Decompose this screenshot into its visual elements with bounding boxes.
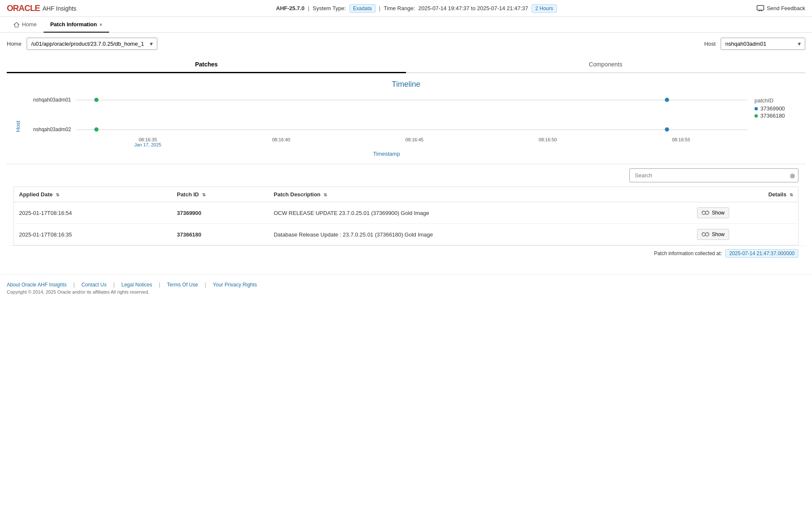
footer-link-about[interactable]: About Oracle AHF Insights xyxy=(7,282,66,288)
footer-link-terms[interactable]: Terms Of Use xyxy=(167,282,198,288)
sub-tab-components-label: Components xyxy=(589,61,622,68)
x-tick-4-time: 08:16:50 xyxy=(539,137,557,142)
search-input[interactable] xyxy=(629,168,798,182)
show-btn-label-1: Show xyxy=(712,210,724,216)
sub-tab-patches-label: Patches xyxy=(195,61,218,68)
timeline-host-row-1: nshqah03adm01 xyxy=(25,96,748,104)
header: ORACLE AHF Insights AHF-25.7.0 | System … xyxy=(0,0,812,17)
cell-patch-id-2: 37366180 xyxy=(172,224,269,245)
svg-text:...: ... xyxy=(758,6,761,9)
footer-link-legal[interactable]: Legal Notices xyxy=(121,282,152,288)
col-applied-date-label: Applied Date xyxy=(19,191,52,198)
legend-item-1: 37369900 xyxy=(754,105,798,112)
cell-details-2: Show xyxy=(692,224,798,245)
send-feedback-button[interactable]: ... Send Feedback xyxy=(757,5,805,12)
timeline-title: Timeline xyxy=(14,80,798,89)
x-tick-3: 08:16:45 xyxy=(348,137,481,147)
x-tick-5: 08:16:55 xyxy=(614,137,748,147)
col-details[interactable]: Details ⇅ xyxy=(692,187,798,202)
footer-copyright: Copyright © 2014, 2025 Oracle and/or its… xyxy=(7,289,805,294)
tab-home[interactable]: Home xyxy=(7,17,44,33)
sub-tabs: Patches Components xyxy=(7,57,805,73)
footer-link-contact[interactable]: Contact Us xyxy=(82,282,107,288)
separator1: | xyxy=(308,5,309,11)
legend-title: patchID xyxy=(754,97,798,104)
sub-tab-components[interactable]: Components xyxy=(406,57,805,73)
tabs-bar: Home Patch Information × xyxy=(0,17,812,33)
table-header-row: Applied Date ⇅ Patch ID ⇅ Patch Descript… xyxy=(14,187,798,202)
timeline-y-label: Host xyxy=(14,96,22,157)
x-tick-5-time: 08:16:55 xyxy=(672,137,690,142)
cell-applied-date-1: 2025-01-17T08:16:54 xyxy=(14,202,172,224)
timeline-dot-2a xyxy=(94,127,99,132)
tab-patch-label: Patch Information xyxy=(50,21,97,28)
timeline-line-area-2 xyxy=(76,125,748,134)
x-tick-2: 08:16:40 xyxy=(214,137,348,147)
patch-id-value-2: 37366180 xyxy=(177,231,201,238)
feedback-icon: ... xyxy=(757,5,764,12)
system-type-badge: Exadata xyxy=(349,4,376,13)
footer-link-privacy[interactable]: Your Privacy Rights xyxy=(213,282,257,288)
sort-details-icon: ⇅ xyxy=(790,193,793,197)
cell-patch-id-1: 37369900 xyxy=(172,202,269,224)
legend-dot-2 xyxy=(754,114,758,118)
legend-item-2: 37366180 xyxy=(754,113,798,119)
host-filter-label: Host xyxy=(704,41,716,47)
host-select[interactable]: nshqah03adm01 xyxy=(721,38,805,50)
tab-patch-information[interactable]: Patch Information × xyxy=(44,17,109,33)
collection-info-value: 2025-07-14 21:47:37.000000 xyxy=(725,249,798,258)
x-tick-1-date: Jan 17, 2025 xyxy=(81,142,214,147)
show-button-2[interactable]: Show xyxy=(697,229,729,240)
legend-label-1: 37369900 xyxy=(760,105,785,112)
timeline-inner: nshqah03adm01 nshqah03adm02 xyxy=(25,96,748,157)
hours-badge: 2 Hours xyxy=(532,4,557,13)
col-details-label: Details xyxy=(768,191,787,198)
timeline-section: Timeline Host nshqah03adm01 xyxy=(7,73,805,164)
cell-patch-desc-2: Database Release Update : 23.7.0.25.01 (… xyxy=(269,224,692,245)
tab-close-icon[interactable]: × xyxy=(99,22,102,27)
legend-dot-1 xyxy=(754,107,758,110)
timeline-dot-1a xyxy=(94,98,99,102)
search-clear-button[interactable]: ⊗ xyxy=(790,171,795,179)
show-btn-label-2: Show xyxy=(712,231,724,237)
sub-tab-patches[interactable]: Patches xyxy=(7,57,406,73)
search-area: ⊗ xyxy=(7,164,805,187)
col-applied-date[interactable]: Applied Date ⇅ xyxy=(14,187,172,202)
oracle-logo: ORACLE xyxy=(7,3,40,13)
col-patch-id-label: Patch ID xyxy=(177,191,199,198)
version-label: AHF-25.7.0 xyxy=(276,5,304,11)
home-filter-label: Home xyxy=(7,41,22,47)
x-tick-2-time: 08:16:40 xyxy=(272,137,290,142)
ahf-insights-label: AHF Insights xyxy=(42,5,76,12)
show-button-1[interactable]: Show xyxy=(697,207,729,218)
filter-row: Home /u01/app/oracle/product/23.7.0.25/d… xyxy=(7,38,805,50)
cell-applied-date-2: 2025-01-17T08:16:35 xyxy=(14,224,172,245)
col-patch-description[interactable]: Patch Description ⇅ xyxy=(269,187,692,202)
timeline-dot-2b xyxy=(665,127,669,132)
timeline-line-2 xyxy=(76,129,748,130)
send-feedback-label: Send Feedback xyxy=(767,5,805,11)
collection-info: Patch information collected at: 2025-07-… xyxy=(7,245,805,261)
home-select-wrapper: /u01/app/oracle/product/23.7.0.25/db_hom… xyxy=(27,38,157,50)
home-select[interactable]: /u01/app/oracle/product/23.7.0.25/db_hom… xyxy=(27,38,157,50)
patches-table: Applied Date ⇅ Patch ID ⇅ Patch Descript… xyxy=(14,187,798,245)
table-row: 2025-01-17T08:16:54 37369900 OCW RELEASE… xyxy=(14,202,798,224)
timeline-x-label: Timestamp xyxy=(25,151,748,157)
header-left: ORACLE AHF Insights xyxy=(7,3,77,13)
time-range-value: 2025-07-14 19:47:37 to 2025-07-14 21:47:… xyxy=(418,5,528,11)
collection-info-label: Patch information collected at: xyxy=(654,250,722,256)
timeline-chart: Host nshqah03adm01 xyxy=(14,96,798,157)
separator2: | xyxy=(379,5,380,11)
col-patch-id[interactable]: Patch ID ⇅ xyxy=(172,187,269,202)
x-tick-3-time: 08:16:45 xyxy=(406,137,424,142)
system-type-label: System Type: xyxy=(313,5,346,11)
footer: About Oracle AHF Insights | Contact Us |… xyxy=(0,275,812,301)
col-patch-description-label: Patch Description xyxy=(274,191,321,198)
sort-patch-id-icon: ⇅ xyxy=(202,193,206,197)
tab-home-label: Home xyxy=(22,21,37,28)
timeline-host-name-2: nshqah03adm02 xyxy=(25,127,76,132)
table-row: 2025-01-17T08:16:35 37366180 Database Re… xyxy=(14,224,798,245)
show-glasses-icon-2 xyxy=(702,232,709,237)
timeline-host-row-2: nshqah03adm02 xyxy=(25,125,748,134)
home-icon xyxy=(14,22,19,28)
